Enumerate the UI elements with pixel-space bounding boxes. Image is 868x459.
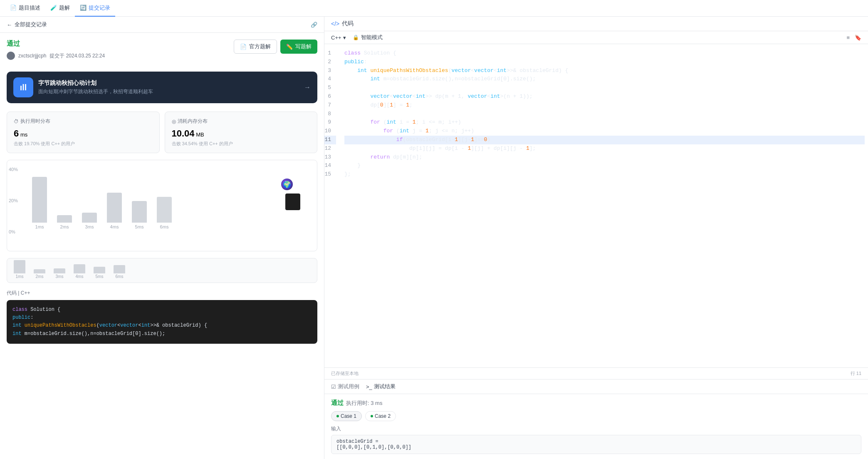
lock-icon: 🔒 bbox=[353, 35, 359, 40]
official-solution-button[interactable]: 📄 官方题解 bbox=[234, 40, 277, 54]
code-line-1: class Solution { bbox=[12, 306, 312, 314]
line-numbers: 123456789101112131415 bbox=[324, 44, 341, 367]
tab-description[interactable]: 📄 题目描述 bbox=[5, 0, 45, 17]
tab-test-result[interactable]: >_ 测试结果 bbox=[366, 383, 396, 390]
cursor-position: 行 11 bbox=[851, 370, 861, 377]
metric-memory-value: 10.04 MB bbox=[172, 128, 311, 139]
back-arrow-icon: ← bbox=[7, 22, 12, 28]
back-button[interactable]: ← 全部提交记录 bbox=[7, 21, 47, 28]
promo-text: 字节跳动秋招心动计划 面向短期冲刺字节跳动秋招选手，秋招弯道顺利超车 bbox=[38, 79, 153, 95]
input-value: [[0,0,0],[0,1,0],[0,0,0]] bbox=[336, 444, 411, 450]
case-dot-2 bbox=[371, 415, 373, 417]
smart-mode-label: 智能模式 bbox=[361, 34, 383, 41]
top-tabs: 📄 题目描述 🧪 题解 🔄 提交记录 bbox=[0, 0, 868, 17]
metric-memory-sub: 击败 34.54% 使用 C++ 的用户 bbox=[172, 141, 311, 147]
metric-time-label: ⏱ 执行用时分布 bbox=[14, 118, 153, 125]
user-position-block bbox=[285, 194, 300, 210]
right-title: </> 代码 bbox=[331, 20, 354, 27]
history-icon: 🔄 bbox=[80, 5, 87, 11]
case-tab-1[interactable]: Case 1 bbox=[331, 411, 362, 421]
bottom-tabs: ☑ 测试用例 >_ 测试结果 bbox=[324, 380, 868, 394]
promo-left: ıll 字节跳动秋招心动计划 面向短期冲刺字节跳动秋招选手，秋招弯道顺利超车 bbox=[13, 77, 153, 97]
toolbar-right: ≡ 🔖 bbox=[846, 35, 861, 41]
main-content: ← 全部提交记录 🔗 通过 zxctsclrjjjcph 提交于 2024.03… bbox=[0, 17, 868, 459]
exec-time: 执行用时: 3 ms bbox=[346, 399, 382, 407]
metric-time-value: 6 ms bbox=[14, 128, 153, 139]
metric-memory: ◎ 消耗内存分布 10.04 MB 击败 34.54% 使用 C++ 的用户 bbox=[165, 112, 318, 153]
metric-time-sub: 击败 19.70% 使用 C++ 的用户 bbox=[14, 141, 153, 147]
submission-meta: zxctsclrjjjcph 提交于 2024.03.25 22:24 bbox=[7, 52, 105, 60]
doc-icon: 📄 bbox=[240, 44, 247, 50]
time-chart: 40% 20% 0% 1ms2ms3ms4ms5ms6ms 🌍 bbox=[7, 160, 317, 251]
solution-icon: 🧪 bbox=[50, 5, 57, 11]
right-panel: </> 代码 C++ ▾ 🔒 智能模式 ≡ 🔖 bbox=[324, 17, 868, 459]
status-pass: 通过 bbox=[7, 40, 105, 48]
write-solution-button[interactable]: ✏️ 写题解 bbox=[280, 40, 317, 54]
chart-y-labels: 40% 20% 0% bbox=[7, 167, 24, 234]
right-header: </> 代码 bbox=[324, 17, 868, 31]
code-line-2: public: bbox=[12, 314, 312, 322]
promo-logo: ıll bbox=[13, 77, 33, 97]
dropdown-icon: ▾ bbox=[343, 35, 346, 41]
promo-logo-text: ıll bbox=[20, 83, 27, 92]
code-section: 代码 | C++ class Solution { public: int un… bbox=[7, 290, 317, 344]
input-key: obstacleGrid = bbox=[336, 439, 378, 444]
promo-subtitle: 面向短期冲刺字节跳动秋招选手，秋招弯道顺利超车 bbox=[38, 88, 153, 95]
promo-title: 字节跳动秋招心动计划 bbox=[38, 79, 153, 87]
user-avatar bbox=[7, 52, 15, 60]
tab-history[interactable]: 🔄 提交记录 bbox=[75, 0, 115, 17]
editor-toolbar: C++ ▾ 🔒 智能模式 ≡ 🔖 bbox=[324, 31, 868, 44]
metric-memory-label: ◎ 消耗内存分布 bbox=[172, 118, 311, 125]
username: zxctsclrjjjcph bbox=[18, 53, 46, 59]
left-panel: ← 全部提交记录 🔗 通过 zxctsclrjjjcph 提交于 2024.03… bbox=[0, 17, 324, 459]
code-lines[interactable]: class Solution {public: int uniquePathsW… bbox=[341, 44, 868, 367]
code-lang-label: 代码 | C++ bbox=[7, 290, 317, 297]
action-buttons: 📄 官方题解 ✏️ 写题解 bbox=[234, 40, 317, 54]
case-tab-2[interactable]: Case 2 bbox=[365, 411, 396, 421]
user-position-marker: 🌍 bbox=[280, 178, 294, 191]
code-bracket-icon: </> bbox=[331, 20, 339, 27]
right-title-text: 代码 bbox=[342, 20, 354, 27]
metric-time: ⏱ 执行用时分布 6 ms 击败 19.70% 使用 C++ 的用户 bbox=[7, 112, 160, 153]
result-pass-text: 通过 bbox=[331, 399, 344, 407]
link-icon[interactable]: 🔗 bbox=[311, 22, 317, 28]
promo-arrow-icon: → bbox=[304, 84, 311, 91]
mini-chart: 1ms2ms3ms4ms5ms6ms bbox=[7, 258, 317, 283]
promo-card[interactable]: ıll 字节跳动秋招心动计划 面向短期冲刺字节跳动秋招选手，秋招弯道顺利超车 → bbox=[7, 72, 317, 103]
code-editor: 123456789101112131415 class Solution {pu… bbox=[324, 44, 868, 367]
test-result-area: 通过 执行用时: 3 ms Case 1 Case 2 输入 obstacleG… bbox=[324, 394, 868, 459]
tab-solution[interactable]: 🧪 题解 bbox=[45, 0, 75, 17]
smart-mode[interactable]: 🔒 智能模式 bbox=[353, 34, 383, 41]
left-header: ← 全部提交记录 🔗 bbox=[0, 17, 324, 33]
submit-time: 提交于 2024.03.25 22:24 bbox=[49, 52, 105, 60]
tab-test-case[interactable]: ☑ 测试用例 bbox=[331, 383, 359, 390]
input-box: obstacleGrid = [[0,0,0],[0,1,0],[0,0,0]] bbox=[331, 435, 861, 454]
menu-icon[interactable]: ≡ bbox=[846, 35, 850, 41]
lang-label: C++ bbox=[331, 35, 341, 41]
code-preview: class Solution { public: int uniquePaths… bbox=[7, 300, 317, 344]
pencil-icon: ✏️ bbox=[286, 44, 293, 50]
checkbox-icon: ☑ bbox=[331, 384, 336, 390]
terminal-icon: >_ bbox=[366, 384, 372, 390]
left-body: 通过 zxctsclrjjjcph 提交于 2024.03.25 22:24 📄… bbox=[0, 33, 324, 459]
case-dot-1 bbox=[336, 415, 339, 417]
metrics-row: ⏱ 执行用时分布 6 ms 击败 19.70% 使用 C++ 的用户 ◎ 消耗内… bbox=[7, 112, 317, 153]
clock-icon: ⏱ bbox=[14, 119, 19, 124]
save-status: 已存储至本地 bbox=[331, 370, 359, 377]
result-pass-badge: 通过 执行用时: 3 ms bbox=[331, 399, 382, 407]
language-selector[interactable]: C++ ▾ bbox=[331, 35, 346, 41]
case-tabs: Case 1 Case 2 bbox=[331, 411, 861, 421]
bookmark-icon[interactable]: 🔖 bbox=[855, 35, 861, 41]
bottom-panel: ☑ 测试用例 >_ 测试结果 通过 执行用时: 3 ms Case 1 bbox=[324, 379, 868, 459]
chart-bars: 1ms2ms3ms4ms5ms6ms bbox=[32, 167, 310, 238]
memory-icon: ◎ bbox=[172, 119, 176, 124]
editor-footer: 已存储至本地 行 11 bbox=[324, 367, 868, 379]
description-icon: 📄 bbox=[10, 5, 17, 11]
code-line-3: int uniquePathsWithObstacles(vector<vect… bbox=[12, 322, 312, 330]
input-label: 输入 bbox=[331, 425, 861, 432]
code-line-4: int m=obstacleGrid.size(),n=obstacleGrid… bbox=[12, 330, 312, 338]
